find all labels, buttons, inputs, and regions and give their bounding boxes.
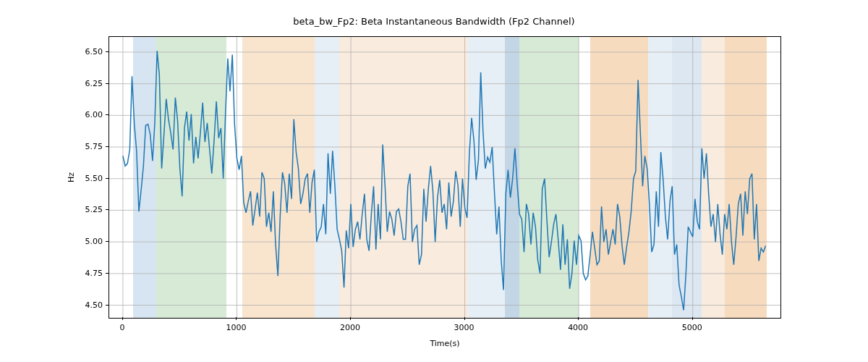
x-tick-label: 2000 [340,323,360,332]
y-tick-label: 6.00 [85,110,103,119]
y-tick-label: 5.25 [85,205,103,214]
y-tick-label: 5.00 [85,237,103,246]
y-tick-label: 4.75 [85,268,103,277]
x-tick-label: 3000 [454,323,475,332]
y-tick-label: 6.50 [85,46,103,56]
plot-area [109,36,781,319]
y-tick-label: 4.50 [85,300,103,309]
chart-title: beta_bw_Fp2: Beta Instantaneous Bandwidt… [0,16,868,27]
y-tick-label: 5.50 [85,173,103,182]
data-line [109,37,780,318]
x-tick-label: 0 [119,323,124,332]
x-axis-label: Time(s) [109,339,781,348]
x-tick-label: 1000 [226,323,246,332]
y-tick-label: 6.25 [85,78,103,88]
series-line [123,51,766,310]
x-tick-label: 5000 [682,323,702,332]
chart-figure: beta_bw_Fp2: Beta Instantaneous Bandwidt… [0,0,868,362]
x-tick-label: 4000 [568,323,588,332]
y-axis-label: Hz [67,172,76,182]
y-tick-label: 5.75 [85,142,103,151]
